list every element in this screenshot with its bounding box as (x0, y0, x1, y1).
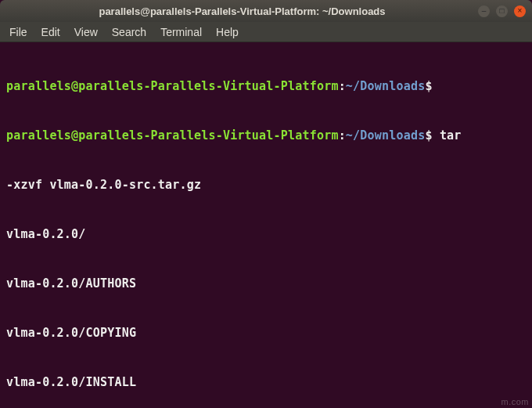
prompt-dollar: $ (425, 128, 432, 143)
output-line: vlma-0.2.0/INSTALL (6, 374, 526, 391)
close-icon[interactable]: × (514, 5, 526, 17)
window-controls: – □ × (478, 5, 526, 17)
command-continuation: -xzvf vlma-0.2.0-src.tar.gz (6, 177, 526, 193)
menu-terminal[interactable]: Terminal (160, 26, 202, 38)
menu-view[interactable]: View (74, 26, 98, 38)
watermark-text: m.com (501, 397, 530, 406)
menubar: File Edit View Search Terminal Help (0, 22, 532, 42)
command-tar-args: -xzvf vlma-0.2.0-src.tar.gz (6, 178, 201, 192)
menu-help[interactable]: Help (216, 26, 239, 38)
prompt-dollar: $ (425, 79, 432, 93)
prompt-colon: : (339, 79, 346, 93)
prompt-user-host: parallels@parallels-Parallels-Virtual-Pl… (6, 128, 339, 143)
prompt-colon: : (339, 128, 346, 143)
minimize-icon[interactable]: – (478, 5, 490, 17)
prompt-path: ~/Downloads (346, 128, 426, 143)
menu-file[interactable]: File (9, 26, 27, 38)
menu-search[interactable]: Search (112, 26, 146, 38)
output-line: vlma-0.2.0/COPYING (6, 325, 526, 341)
prompt-line-2: parallels@parallels-Parallels-Virtual-Pl… (6, 128, 526, 144)
prompt-user-host: parallels@parallels-Parallels-Virtual-Pl… (6, 79, 339, 93)
window-titlebar: parallels@parallels-Parallels-Virtual-Pl… (0, 0, 532, 22)
menu-edit[interactable]: Edit (41, 26, 60, 38)
output-line: vlma-0.2.0/AUTHORS (6, 276, 526, 292)
output-line: vlma-0.2.0/ (6, 226, 526, 243)
maximize-icon[interactable]: □ (496, 5, 508, 17)
prompt-path: ~/Downloads (346, 79, 426, 93)
command-tar: tar (440, 128, 469, 143)
window-title: parallels@parallels-Parallels-Virtual-Pl… (6, 5, 478, 17)
terminal-body[interactable]: parallels@parallels-Parallels-Virtual-Pl… (0, 42, 532, 408)
prompt-line-1: parallels@parallels-Parallels-Virtual-Pl… (6, 78, 526, 95)
